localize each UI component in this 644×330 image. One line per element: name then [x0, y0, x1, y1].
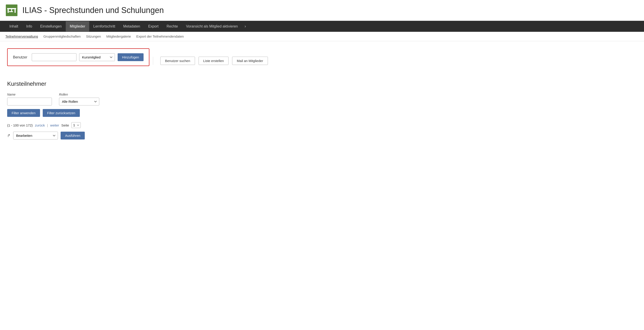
filter-row: Name Rollen Alle Rollen Kursmitglied Kur…	[7, 93, 637, 105]
svg-rect-2	[8, 9, 9, 13]
benutzer-input[interactable]	[32, 53, 76, 61]
mail-mitglieder-button[interactable]: Mail an Mitglieder	[232, 57, 268, 65]
filter-rollen-label: Rollen	[59, 93, 99, 96]
filter-name-label: Name	[7, 93, 52, 96]
subnav-gruppenmitgliedschaften[interactable]: Gruppenmitgliedschaften	[44, 32, 84, 41]
nav-metadaten[interactable]: Metadaten	[119, 21, 144, 32]
pagination-page-select[interactable]: 1 2	[71, 122, 81, 128]
subnav-mitgliedergalerie[interactable]: Mitgliedergalerie	[106, 32, 134, 41]
nav-lernfortschritt[interactable]: Lernfortschritt	[89, 21, 119, 32]
role-select[interactable]: Kursmitglied Kursadmin Kurstutor	[79, 53, 115, 61]
svg-rect-5	[11, 9, 12, 12]
section-title: Kursteilnehmer	[7, 80, 637, 87]
nav-inhalt[interactable]: Inhalt	[5, 21, 22, 32]
filter-name-input[interactable]	[7, 98, 52, 105]
bulk-action-select[interactable]: Bearbeiten	[13, 132, 58, 139]
filter-section: Name Rollen Alle Rollen Kursmitglied Kur…	[7, 93, 637, 117]
svg-rect-3	[14, 9, 16, 13]
main-nav: Inhalt Info Einstellungen Mitglieder Ler…	[0, 21, 644, 32]
nav-einstellungen[interactable]: Einstellungen	[36, 21, 66, 32]
filter-anwenden-button[interactable]: Filter anwenden	[7, 109, 40, 117]
filter-rollen-group: Rollen Alle Rollen Kursmitglied Kursadmi…	[59, 93, 99, 105]
pagination-info: (1 - 100 von 172)	[7, 123, 33, 127]
nav-mitglieder[interactable]: Mitglieder	[66, 21, 89, 32]
subnav-teilnehmerverwaltung[interactable]: Teilnehmerverwaltung	[5, 32, 42, 41]
add-user-section: Benutzer Kursmitglied Kursadmin Kurstuto…	[7, 48, 149, 66]
main-content: Benutzer Kursmitglied Kursadmin Kurstuto…	[0, 41, 644, 147]
top-action-row: Benutzer Kursmitglied Kursadmin Kurstuto…	[7, 48, 637, 73]
sub-nav: Teilnehmerverwaltung Gruppenmitgliedscha…	[0, 32, 644, 41]
filter-name-group: Name	[7, 93, 52, 105]
bulk-action-row: ↱ Bearbeiten Ausführen	[7, 132, 637, 139]
ausfuehren-button[interactable]: Ausführen	[60, 132, 85, 139]
benutzer-suchen-button[interactable]: Benutzer suchen	[160, 57, 195, 65]
benutzer-label: Benutzer	[13, 55, 27, 59]
subnav-export-teilnehmendendaten[interactable]: Export der Teilnehmendendaten	[136, 32, 187, 41]
filter-buttons: Filter anwenden Filter zurücksetzen	[7, 109, 637, 117]
liste-erstellen-button[interactable]: Liste erstellen	[198, 57, 229, 65]
filter-zuruecksetzen-button[interactable]: Filter zurücksetzen	[43, 109, 80, 117]
bulk-action-arrow-icon: ↱	[7, 133, 10, 138]
app-logo-icon	[5, 4, 18, 17]
subnav-sitzungen[interactable]: Sitzungen	[86, 32, 105, 41]
pagination-next[interactable]: weiter	[50, 123, 59, 127]
nav-rechte[interactable]: Rechte	[162, 21, 182, 32]
hinzufuegen-button[interactable]: Hinzufügen	[118, 53, 144, 61]
pagination-row: (1 - 100 von 172) zurück | weiter Seite …	[7, 122, 637, 128]
action-buttons: Benutzer suchen Liste erstellen Mail an …	[160, 57, 268, 65]
nav-voransicht[interactable]: Voransicht als Mitglied aktivieren	[182, 21, 242, 32]
filter-rollen-select[interactable]: Alle Rollen Kursmitglied Kursadmin Kurst…	[59, 98, 99, 105]
svg-rect-4	[9, 11, 13, 12]
pagination-back[interactable]: zurück	[35, 123, 45, 127]
nav-more-icon[interactable]: ›	[242, 21, 249, 32]
nav-info[interactable]: Info	[22, 21, 36, 32]
page-title: ILIAS - Sprechstunden und Schulungen	[22, 6, 164, 15]
nav-export[interactable]: Export	[144, 21, 162, 32]
pagination-page-label: Seite	[61, 123, 69, 127]
pagination-separator: |	[47, 123, 48, 127]
separator	[153, 57, 153, 65]
app-header: ILIAS - Sprechstunden und Schulungen	[0, 0, 644, 21]
